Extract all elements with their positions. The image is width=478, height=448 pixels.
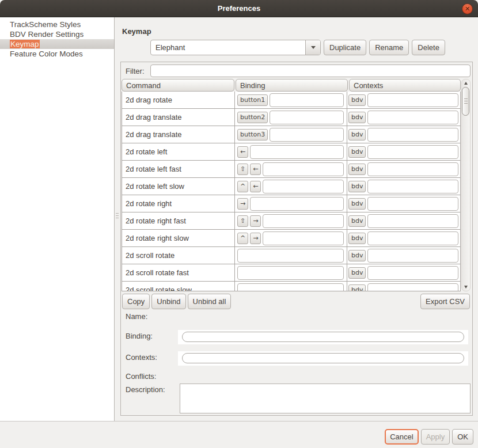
contexts-cell[interactable]: bdv	[347, 161, 460, 177]
column-header-contexts[interactable]: Contexts	[349, 79, 461, 92]
apply-button[interactable]: Apply	[421, 429, 450, 445]
sidebar-item-feature-color-modes[interactable]: Feature Color Modes	[0, 49, 114, 59]
contexts-cell[interactable]: bdv	[347, 178, 460, 195]
contexts-cell[interactable]: bdv	[347, 195, 460, 212]
contexts-cell[interactable]: bdv	[347, 282, 460, 291]
command-cell[interactable]: 2d rotate left fast	[122, 161, 235, 177]
contexts-input[interactable]	[367, 145, 458, 159]
ok-button[interactable]: OK	[452, 429, 473, 445]
contexts-cell[interactable]: bdv	[347, 264, 460, 281]
table-row[interactable]: 2d drag rotatebutton1bdv	[122, 92, 460, 109]
scroll-down-icon[interactable]	[464, 286, 468, 288]
binding-cell[interactable]	[235, 282, 347, 291]
contexts-input[interactable]	[367, 231, 458, 245]
command-cell[interactable]: 2d rotate right	[122, 195, 235, 212]
contexts-input[interactable]	[367, 283, 458, 292]
command-cell[interactable]: 2d rotate left	[122, 143, 235, 160]
keymap-profile-select[interactable]: Elephant	[150, 40, 321, 55]
column-header-binding[interactable]: Binding	[236, 79, 348, 92]
unbind-button[interactable]: Unbind	[151, 294, 185, 309]
combo-arrow-button[interactable]	[305, 40, 320, 55]
command-cell[interactable]: 2d drag rotate	[122, 92, 235, 108]
contexts-cell[interactable]: bdv	[347, 126, 460, 143]
contexts-cell[interactable]: bdv	[347, 143, 460, 160]
binding-input[interactable]	[263, 180, 344, 193]
binding-input[interactable]	[250, 197, 344, 211]
contexts-cell[interactable]: bdv	[347, 247, 460, 264]
copy-button[interactable]: Copy	[122, 294, 150, 309]
delete-button[interactable]: Delete	[412, 40, 445, 55]
binding-cell[interactable]: ⇧→	[235, 212, 347, 229]
table-row[interactable]: 2d scroll rotate fastbdv	[122, 264, 460, 282]
rename-button[interactable]: Rename	[369, 40, 409, 55]
close-button[interactable]: ✕	[462, 3, 473, 14]
binding-cell[interactable]: ^←	[235, 178, 347, 195]
binding-input[interactable]	[270, 128, 344, 142]
binding-input[interactable]	[263, 162, 344, 176]
binding-cell[interactable]: ^→	[235, 230, 347, 246]
binding-cell[interactable]: button1	[235, 92, 347, 108]
contexts-input[interactable]	[367, 180, 458, 193]
sidebar-item-keymap[interactable]: Keymap	[0, 39, 114, 49]
table-row[interactable]: 2d rotate left fast⇧←bdv	[122, 161, 460, 178]
contexts-input[interactable]	[367, 111, 458, 124]
duplicate-button[interactable]: Duplicate	[324, 40, 366, 55]
description-field[interactable]	[180, 384, 471, 413]
binding-input[interactable]	[270, 111, 344, 124]
contexts-input[interactable]	[367, 249, 458, 263]
table-row[interactable]: 2d rotate right slow^→bdv	[122, 230, 460, 247]
contexts-input[interactable]	[367, 214, 458, 228]
filter-input[interactable]	[150, 64, 471, 77]
binding-input[interactable]	[263, 214, 344, 228]
binding-cell[interactable]	[235, 264, 347, 281]
table-row[interactable]: 2d rotate left←bdv	[122, 143, 460, 161]
contexts-input[interactable]	[367, 162, 458, 176]
table-row[interactable]: 2d scroll rotate slowbdv	[122, 282, 460, 291]
binding-cell[interactable]: ←	[235, 143, 347, 160]
binding-input[interactable]	[237, 249, 344, 263]
command-cell[interactable]: 2d drag translate	[122, 109, 235, 126]
binding-cell[interactable]	[235, 247, 347, 264]
command-cell[interactable]: 2d drag translate	[122, 126, 235, 143]
export-csv-button[interactable]: Export CSV	[420, 294, 470, 309]
contexts-input[interactable]	[367, 266, 458, 280]
contexts-field[interactable]	[182, 353, 464, 363]
binding-input[interactable]	[237, 283, 344, 292]
binding-cell[interactable]: button3	[235, 126, 347, 143]
table-row[interactable]: 2d scroll rotatebdv	[122, 247, 460, 264]
table-row[interactable]: 2d rotate right→bdv	[122, 195, 460, 212]
binding-input[interactable]	[237, 266, 344, 280]
command-cell[interactable]: 2d rotate left slow	[122, 178, 235, 195]
cancel-button[interactable]: Cancel	[385, 429, 418, 445]
command-cell[interactable]: 2d scroll rotate slow	[122, 282, 235, 291]
contexts-input[interactable]	[367, 197, 458, 211]
binding-input[interactable]	[263, 231, 344, 245]
command-cell[interactable]: 2d rotate right fast	[122, 212, 235, 229]
contexts-input[interactable]	[367, 128, 458, 142]
contexts-cell[interactable]: bdv	[347, 230, 460, 246]
command-cell[interactable]: 2d rotate right slow	[122, 230, 235, 246]
titlebar[interactable]: Preferences ✕	[0, 0, 478, 17]
scroll-up-icon[interactable]	[464, 82, 468, 85]
command-cell[interactable]: 2d scroll rotate	[122, 247, 235, 264]
binding-field[interactable]	[182, 332, 464, 342]
table-scrollbar[interactable]	[461, 79, 471, 291]
split-divider-grip[interactable]	[116, 213, 119, 219]
contexts-cell[interactable]: bdv	[347, 212, 460, 229]
unbind-all-button[interactable]: Unbind all	[188, 294, 232, 309]
table-row[interactable]: 2d rotate left slow^←bdv	[122, 178, 460, 195]
binding-input[interactable]	[270, 93, 344, 107]
column-header-command[interactable]: Command	[122, 79, 234, 92]
binding-cell[interactable]: ⇧←	[235, 161, 347, 177]
sidebar-item-bdv-render-settings[interactable]: BDV Render Settings	[0, 29, 114, 39]
table-row[interactable]: 2d rotate right fast⇧→bdv	[122, 212, 460, 230]
scrollbar-thumb[interactable]	[462, 87, 469, 116]
binding-cell[interactable]: →	[235, 195, 347, 212]
table-row[interactable]: 2d drag translatebutton3bdv	[122, 126, 460, 143]
contexts-cell[interactable]: bdv	[347, 109, 460, 126]
command-cell[interactable]: 2d scroll rotate fast	[122, 264, 235, 281]
sidebar-item-trackscheme-styles[interactable]: TrackScheme Styles	[0, 20, 114, 29]
table-row[interactable]: 2d drag translatebutton2bdv	[122, 109, 460, 126]
binding-cell[interactable]: button2	[235, 109, 347, 126]
contexts-cell[interactable]: bdv	[347, 92, 460, 108]
